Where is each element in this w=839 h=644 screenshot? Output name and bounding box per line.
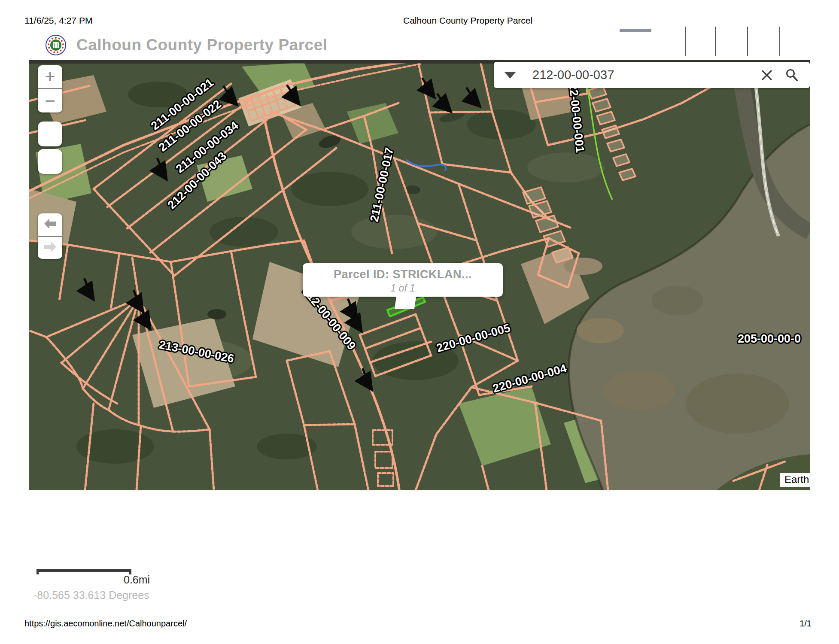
parcel-popup[interactable]: Parcel ID: STRICKLAN... 1 of 1 bbox=[303, 263, 503, 297]
scale-label: 0.6mi bbox=[124, 574, 150, 586]
print-artifact-line bbox=[685, 27, 686, 56]
parcel-label: 205-00-00-0 bbox=[738, 332, 801, 345]
print-page-number: 1/1 bbox=[799, 619, 812, 629]
popup-pager: 1 of 1 bbox=[303, 283, 503, 294]
print-artifact-bar bbox=[620, 29, 651, 32]
print-footer-url: https://gis.aecomonline.net/Calhounparce… bbox=[24, 619, 187, 629]
seal-center bbox=[50, 39, 61, 51]
zoom-in-button[interactable]: + bbox=[38, 65, 62, 89]
print-header-title: Calhoun County Property Parcel bbox=[403, 15, 532, 26]
magnifier-icon[interactable] bbox=[785, 68, 799, 82]
caret-down-icon[interactable] bbox=[504, 72, 516, 79]
popup-title: Parcel ID: STRICKLAN... bbox=[303, 268, 503, 281]
parcel-search-bar bbox=[494, 62, 810, 88]
popup-tail bbox=[395, 296, 416, 309]
zoom-out-button[interactable]: − bbox=[38, 89, 62, 112]
app-title: Calhoun County Property Parcel bbox=[76, 36, 328, 54]
map-canvas[interactable]: 211-00-00-021211-00-00-022211-00-00-0342… bbox=[29, 60, 810, 490]
county-seal-logo bbox=[46, 35, 66, 55]
map-tool-button-top[interactable] bbox=[38, 122, 62, 146]
printed-page: { "print_header": { "timestamp": "11/6/2… bbox=[0, 0, 839, 644]
zoom-control: + − bbox=[38, 65, 62, 112]
seal-text-ring bbox=[48, 37, 64, 53]
next-extent-button[interactable] bbox=[38, 237, 62, 259]
map-attribution: Earth. bbox=[780, 473, 810, 487]
print-timestamp: 11/6/25, 4:27 PM bbox=[24, 15, 92, 26]
arrow-right-icon bbox=[43, 241, 57, 254]
search-input[interactable] bbox=[532, 67, 761, 82]
print-artifact-line bbox=[779, 27, 780, 56]
print-artifact-line bbox=[715, 27, 716, 56]
map-tool-button-bottom[interactable] bbox=[38, 149, 62, 174]
scale-bar bbox=[36, 569, 131, 574]
previous-extent-button[interactable] bbox=[38, 213, 62, 237]
courthouse-icon bbox=[53, 42, 59, 48]
arrow-left-icon bbox=[43, 218, 57, 231]
x-icon[interactable] bbox=[761, 69, 773, 81]
cursor-coordinates: -80.565 33.613 Degrees bbox=[33, 589, 149, 601]
print-artifact-line bbox=[747, 27, 748, 56]
extent-nav-control bbox=[38, 213, 62, 259]
